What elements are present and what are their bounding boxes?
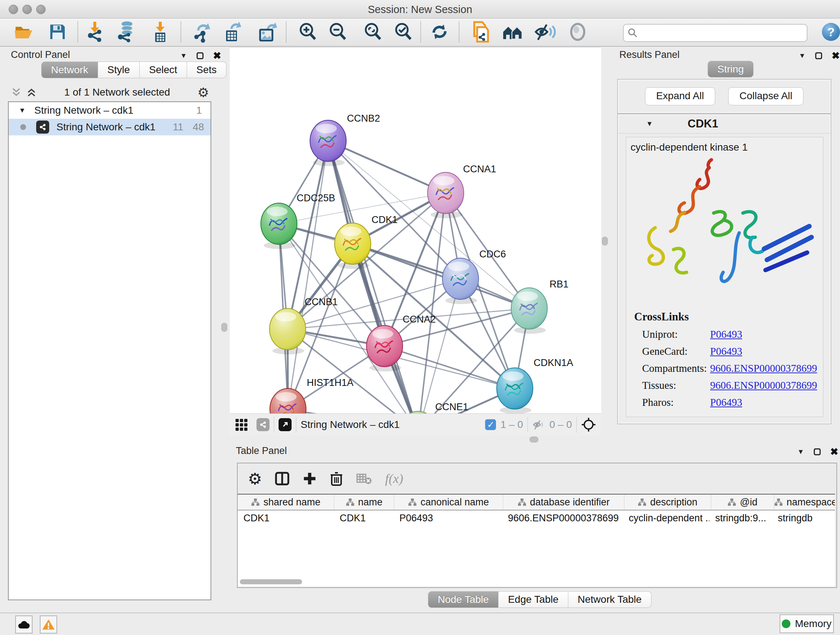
crosslink-link[interactable]: P06493	[710, 345, 742, 357]
fit-selected-crosshair-icon[interactable]	[581, 417, 596, 432]
column-header-canonical-name[interactable]: canonical name	[394, 494, 503, 510]
gene-card-header[interactable]: ▼ CDK1	[618, 114, 831, 134]
hidden-items-icon[interactable]	[532, 419, 546, 430]
close-panel-icon[interactable]: ✖	[830, 446, 838, 458]
expand-all-icon[interactable]	[26, 87, 37, 97]
open-session-button[interactable]	[12, 21, 35, 43]
expand-all-button[interactable]: Expand All	[645, 87, 715, 105]
float-panel-icon[interactable]	[813, 448, 821, 455]
import-table-button[interactable]	[149, 21, 172, 43]
node-CCNA1[interactable]: CCNA1	[428, 164, 496, 218]
column-header-shared-name[interactable]: shared name	[238, 494, 334, 510]
create-column-plus-icon[interactable]	[302, 471, 317, 486]
tab-node-table[interactable]: Node Table	[428, 591, 499, 608]
export-table-button[interactable]	[221, 21, 243, 43]
cell-namespace[interactable]: stringdb	[772, 513, 835, 524]
export-network-button[interactable]	[191, 21, 213, 43]
show-columns-icon[interactable]	[274, 470, 290, 486]
crosslink-link[interactable]: P06493	[710, 396, 742, 409]
network-selected-summary: 1 of 1 Network selected	[37, 87, 197, 98]
crosslink-link[interactable]: 9606.ENSP00000378699	[710, 379, 817, 391]
memory-button[interactable]: Memory	[780, 614, 834, 633]
import-network-file-button[interactable]	[84, 21, 106, 43]
search-input[interactable]	[638, 25, 807, 41]
edge-CCNB2-CCNA1[interactable]	[328, 141, 446, 193]
zoom-selected-icon	[393, 22, 414, 42]
node-RB1[interactable]: RB1	[511, 279, 569, 334]
collapse-all-button[interactable]: Collapse All	[728, 87, 804, 105]
tab-edge-table[interactable]: Edge Table	[499, 591, 568, 608]
table-panel: Table Panel ▼ ✖ ⚙	[234, 442, 836, 613]
bottom-splitter-handle[interactable]	[530, 437, 538, 442]
horizontal-scrollbar[interactable]	[239, 579, 834, 584]
edge-CCNB2-HIST1H1A[interactable]	[288, 141, 328, 409]
function-builder-icon[interactable]: f(x)	[385, 471, 403, 486]
delete-column-trash-icon[interactable]	[329, 470, 344, 486]
collapse-panel-icon[interactable]: ▼	[799, 52, 806, 60]
network-options-gear-icon[interactable]: ⚙	[197, 85, 209, 100]
cell-database-identifier[interactable]: 9606.ENSP00000378699	[502, 513, 623, 524]
results-panel-title: Results Panel	[619, 49, 680, 60]
gene-expander-icon[interactable]: ▼	[646, 120, 653, 128]
network-collection-row[interactable]: ▼ String Network – cdk1 1	[9, 102, 210, 119]
share-session-button[interactable]	[470, 21, 492, 43]
close-panel-icon[interactable]: ✖	[213, 50, 221, 62]
column-header-namespace[interactable]: namespace	[774, 494, 835, 510]
selected-nodes-checkbox[interactable]: ✓	[485, 419, 496, 430]
table-row[interactable]: CDK1CDK1P064939606.ENSP00000378699cyclin…	[238, 510, 835, 526]
crosslink-link[interactable]: 9606.ENSP00000378699	[710, 363, 817, 374]
column-header--id[interactable]: @id	[711, 494, 774, 510]
birds-eye-view-icon[interactable]	[235, 417, 249, 432]
column-header-database-identifier[interactable]: database identifier	[503, 494, 624, 510]
collapse-panel-icon[interactable]: ▼	[797, 448, 804, 456]
node-CDC25B[interactable]: CDC25B	[261, 193, 335, 249]
network-row-selected[interactable]: String Network – cdk1 11 48	[9, 119, 210, 135]
tab-network[interactable]: Network	[41, 62, 98, 78]
column-header-name[interactable]: name	[334, 494, 394, 510]
tab-string[interactable]: String	[707, 61, 753, 78]
table-options-gear-icon[interactable]: ⚙	[248, 470, 262, 488]
cell-shared-name[interactable]: CDK1	[238, 513, 334, 524]
tab-select[interactable]: Select	[140, 62, 187, 78]
zoom-out-button[interactable]	[327, 21, 349, 43]
right-splitter-handle[interactable]	[602, 237, 608, 245]
network-canvas[interactable]: CCNB2CCNA1CDC25BCDK1CDC6RB1CCNB1CCNA2CDK…	[230, 48, 601, 414]
delete-table-icon[interactable]	[356, 472, 373, 485]
tab-sets[interactable]: Sets	[187, 62, 226, 78]
zoom-selected-button[interactable]	[392, 21, 415, 43]
refresh-view-button[interactable]	[428, 21, 451, 43]
node-CDKN1A[interactable]: CDKN1A	[497, 357, 573, 414]
crosslink-link[interactable]: P06493	[710, 328, 742, 340]
hide-selected-button[interactable]	[534, 21, 556, 43]
open-in-browser-icon[interactable]	[279, 418, 292, 431]
help-button[interactable]: ?	[822, 23, 840, 41]
left-splitter-handle[interactable]	[221, 323, 227, 332]
column-header-description[interactable]: description	[624, 494, 711, 510]
float-panel-icon[interactable]	[815, 52, 822, 59]
cloud-status-button[interactable]	[15, 616, 33, 633]
float-panel-icon[interactable]	[196, 52, 204, 59]
tree-expander-icon[interactable]: ▼	[19, 106, 26, 114]
graphics-details-button[interactable]	[567, 21, 589, 43]
save-session-button[interactable]	[46, 21, 69, 43]
close-panel-icon[interactable]: ✖	[832, 50, 840, 62]
cell-description[interactable]: cyclin-dependent ...	[623, 513, 709, 524]
tab-style[interactable]: Style	[98, 62, 140, 78]
zoom-in-button[interactable]	[297, 21, 319, 43]
export-image-button[interactable]	[256, 21, 279, 43]
tab-network-table[interactable]: Network Table	[568, 591, 652, 608]
edge-CCNA2-CDKN1A[interactable]	[385, 346, 515, 388]
collapse-all-icon[interactable]	[11, 87, 22, 97]
zoom-fit-button[interactable]	[362, 21, 384, 43]
network-overview-icon[interactable]	[256, 418, 270, 431]
show-all-button[interactable]	[501, 21, 524, 43]
collapse-panel-icon[interactable]: ▼	[180, 52, 187, 60]
edge-CCNB2-CCNE1[interactable]	[328, 141, 418, 414]
node-HIST1H1A[interactable]: HIST1H1A	[270, 377, 354, 414]
scrollbar-thumb[interactable]	[240, 579, 302, 584]
warnings-button[interactable]	[40, 616, 57, 633]
cell--id[interactable]: stringdb:9...	[709, 513, 772, 524]
cell-canonical-name[interactable]: P06493	[393, 513, 502, 524]
import-network-database-button[interactable]	[115, 21, 137, 43]
cell-name[interactable]: CDK1	[334, 513, 393, 524]
